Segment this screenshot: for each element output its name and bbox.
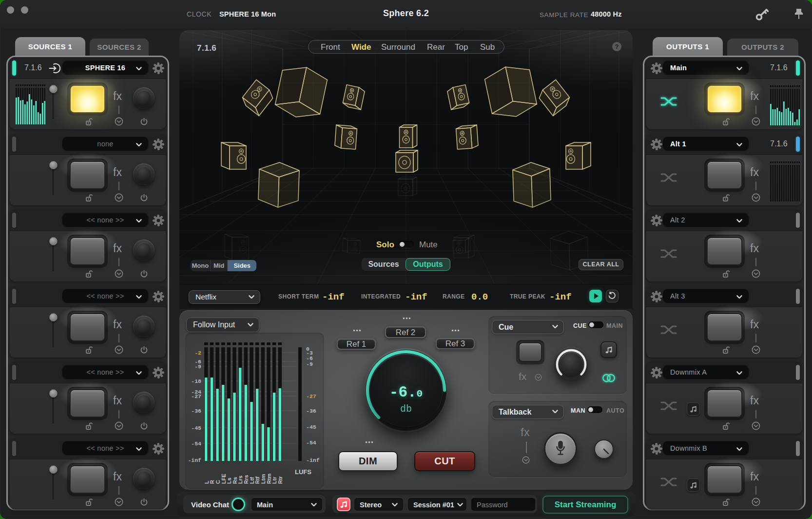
svg-text:Lrs: Lrs bbox=[237, 476, 243, 484]
svg-text:Rrs: Rrs bbox=[243, 475, 249, 484]
svg-text:-9: -9 bbox=[194, 363, 201, 370]
svg-text:L: L bbox=[204, 480, 210, 484]
svg-text:-inf: -inf bbox=[188, 457, 201, 463]
svg-text:-36: -36 bbox=[306, 408, 316, 414]
svg-text:-27: -27 bbox=[191, 393, 201, 399]
svg-text:-2: -2 bbox=[194, 350, 201, 356]
svg-text:Ls: Ls bbox=[226, 478, 232, 484]
svg-text:-inf: -inf bbox=[306, 457, 320, 463]
svg-text:Ltm: Ltm bbox=[260, 474, 266, 484]
svg-text:-45: -45 bbox=[306, 424, 316, 430]
svg-text:-54: -54 bbox=[191, 440, 201, 447]
svg-text:-45: -45 bbox=[191, 425, 201, 431]
svg-text:-18: -18 bbox=[191, 378, 201, 384]
svg-text:R: R bbox=[209, 480, 215, 484]
svg-text:-54: -54 bbox=[306, 439, 316, 446]
svg-text:Rtf: Rtf bbox=[254, 476, 260, 484]
svg-text:-36: -36 bbox=[191, 408, 201, 414]
svg-text:C: C bbox=[215, 480, 221, 484]
svg-text:Ltr: Ltr bbox=[271, 477, 277, 484]
svg-text:LFE: LFE bbox=[221, 474, 227, 484]
svg-text:Rtr: Rtr bbox=[277, 476, 283, 484]
svg-text:Rs: Rs bbox=[232, 477, 238, 484]
svg-text:-27: -27 bbox=[306, 393, 316, 399]
svg-text:-9: -9 bbox=[306, 361, 313, 367]
svg-text:Ltf: Ltf bbox=[249, 477, 255, 484]
svg-text:Rtm: Rtm bbox=[266, 473, 272, 484]
svg-text:LUFS: LUFS bbox=[295, 468, 311, 476]
